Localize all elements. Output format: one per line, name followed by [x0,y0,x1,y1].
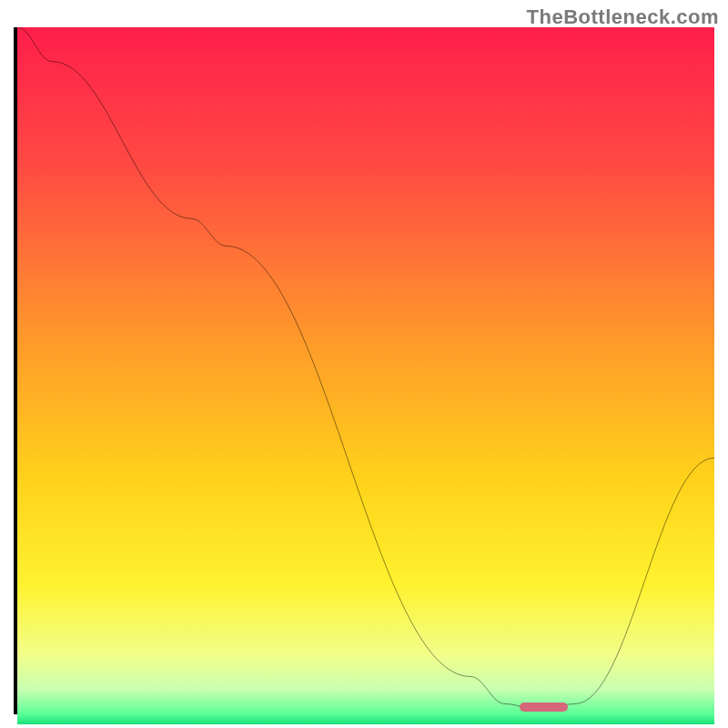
watermark-text: TheBottleneck.com [527,5,719,29]
bottleneck-curve [17,27,714,711]
optimal-range-marker [520,703,569,712]
plot-area [14,27,714,714]
